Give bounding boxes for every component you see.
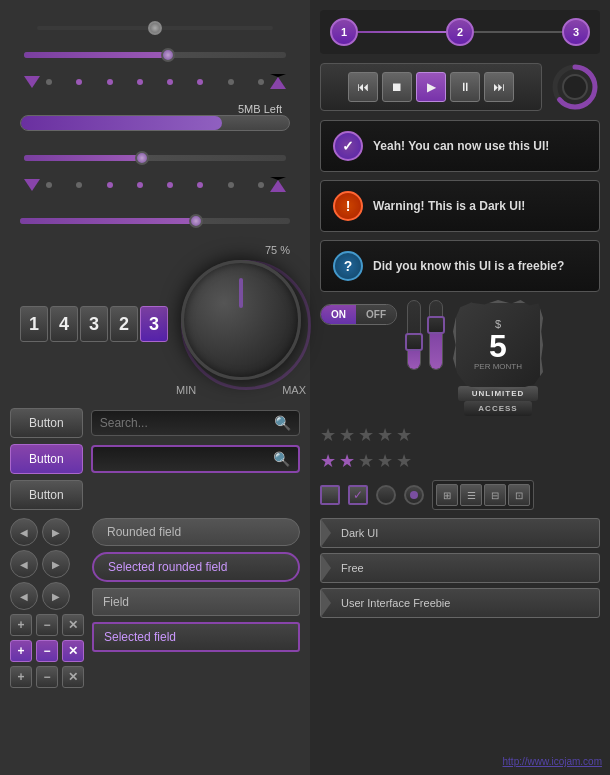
mini-toggles: ⊞ ☰ ⊟ ⊡ — [432, 480, 534, 510]
info-icon: ? — [333, 251, 363, 281]
stars-section: ★ ★ ★ ★ ★ ★ ★ ★ ★ ★ — [320, 424, 600, 472]
price-ribbon-2: ACCESS — [464, 401, 531, 416]
v-slider-track-2[interactable] — [429, 300, 443, 370]
star-1-3[interactable]: ★ — [358, 424, 374, 446]
step-line-1 — [358, 31, 446, 33]
v-slider-thumb-1[interactable] — [405, 333, 423, 351]
buttons-section: Button 🔍 Button 🔍 Button — [10, 408, 300, 510]
play-btn[interactable]: ▶ — [416, 72, 446, 102]
nav-right-3[interactable]: ▶ — [42, 582, 70, 610]
purple-button[interactable]: Button — [10, 444, 83, 474]
progress-steps: 1 2 3 — [320, 10, 600, 54]
tag-free[interactable]: Free — [320, 553, 600, 583]
nav-row-3: ◀ ▶ — [10, 582, 84, 610]
star-1-1[interactable]: ★ — [320, 424, 336, 446]
dark-button-1[interactable]: Button — [10, 408, 83, 438]
checkbox-1[interactable]: ✓ — [320, 485, 340, 505]
single-slider — [10, 210, 300, 232]
counter-knob-left: 1 4 3 2 3 — [20, 306, 168, 350]
nav-right-2[interactable]: ▶ — [42, 550, 70, 578]
v-slider-thumb-2[interactable] — [427, 316, 445, 334]
left-panel: 5MB Left — [0, 0, 310, 775]
plus-btn-3[interactable]: + — [10, 666, 32, 688]
nav-left-3[interactable]: ◀ — [10, 582, 38, 610]
plus-btn-2[interactable]: + — [10, 640, 32, 662]
tag-dark-ui[interactable]: Dark UI — [320, 518, 600, 548]
x-btn-1[interactable]: ✕ — [62, 614, 84, 636]
minus-btn-1[interactable]: − — [36, 614, 58, 636]
search-icon-2: 🔍 — [273, 451, 290, 467]
nav-right-1[interactable]: ▶ — [42, 518, 70, 546]
next-btn[interactable]: ⏭ — [484, 72, 514, 102]
fields-nav-section: ◀ ▶ ◀ ▶ ◀ ▶ + − ✕ + — [10, 518, 300, 688]
volume-knob[interactable] — [181, 260, 301, 380]
x-btn-3[interactable]: ✕ — [62, 666, 84, 688]
stop-btn[interactable]: ⏹ — [382, 72, 412, 102]
checkbox-2[interactable]: ✓ — [348, 485, 368, 505]
notif-bar-1: ✓ Yeah! You can now use this UI! — [320, 120, 600, 172]
storage-bar-fill — [21, 116, 222, 130]
tag-ui-freebie[interactable]: User Interface Freebie — [320, 588, 600, 618]
star-1-4[interactable]: ★ — [377, 424, 393, 446]
controls-row: ON OFF — [320, 300, 600, 416]
icon-btn-row-3: + − ✕ — [10, 666, 84, 688]
digit-3: 3 — [80, 306, 108, 342]
minus-btn-2[interactable]: − — [36, 640, 58, 662]
btn-row-2: Button 🔍 — [10, 444, 300, 474]
nav-left-1[interactable]: ◀ — [10, 518, 38, 546]
knob-container: MIN MAX — [176, 260, 306, 396]
check-icon: ✓ — [333, 131, 363, 161]
form-fields: Rounded field Selected rounded field Fie… — [92, 518, 300, 688]
toggle-on[interactable]: ON — [321, 305, 356, 324]
radio-1[interactable] — [376, 485, 396, 505]
selected-rounded-field[interactable]: Selected rounded field — [92, 552, 300, 582]
toggle-table[interactable]: ⊟ — [484, 484, 506, 506]
search-input-1[interactable] — [100, 416, 268, 430]
star-2-2[interactable]: ★ — [339, 450, 355, 472]
tag-label-3: User Interface Freebie — [331, 593, 460, 613]
pause-btn[interactable]: ⏸ — [450, 72, 480, 102]
tag-arrow-1 — [321, 519, 331, 547]
price-per: PER MONTH — [474, 362, 522, 371]
storage-label: 5MB Left — [20, 103, 290, 115]
v-slider-track-1[interactable] — [407, 300, 421, 370]
selected-field[interactable]: Selected field — [92, 622, 300, 652]
v-slider-2 — [429, 300, 443, 370]
knob-min-label: MIN — [176, 384, 196, 396]
counter-display: 1 4 3 2 3 — [20, 306, 168, 342]
digit-4: 2 — [110, 306, 138, 342]
toggle-row: ON OFF — [320, 300, 397, 329]
btn-row-1: Button 🔍 — [10, 408, 300, 438]
dark-button-2[interactable]: Button — [10, 480, 83, 510]
minus-btn-3[interactable]: − — [36, 666, 58, 688]
star-1-5[interactable]: ★ — [396, 424, 412, 446]
toggle-switch[interactable]: ON OFF — [320, 304, 397, 325]
storage-section: 5MB Left — [10, 107, 300, 131]
nav-left-2[interactable]: ◀ — [10, 550, 38, 578]
percent-label: 75 % — [20, 244, 290, 256]
search-input-2[interactable] — [101, 452, 267, 466]
toggle-grid[interactable]: ⊞ — [436, 484, 458, 506]
star-2-5[interactable]: ★ — [396, 450, 412, 472]
plus-btn-1[interactable]: + — [10, 614, 32, 636]
toggle-columns[interactable]: ⊡ — [508, 484, 530, 506]
price-badge: $ 5 PER MONTH — [453, 300, 543, 390]
watermark: http://www.icojam.com — [503, 756, 602, 767]
prev-btn[interactable]: ⏮ — [348, 72, 378, 102]
x-btn-2[interactable]: ✕ — [62, 640, 84, 662]
step-3: 3 — [562, 18, 590, 46]
star-2-3[interactable]: ★ — [358, 450, 374, 472]
stars-row-2: ★ ★ ★ ★ ★ — [320, 450, 600, 472]
counter-knob-section: 75 % 1 4 3 2 3 — [10, 240, 300, 400]
slider-section — [10, 10, 300, 99]
radio-2[interactable] — [404, 485, 424, 505]
media-row: ⏮ ⏹ ▶ ⏸ ⏭ — [320, 62, 600, 112]
nav-row-1: ◀ ▶ — [10, 518, 84, 546]
toggle-off[interactable]: OFF — [356, 305, 396, 324]
star-2-1[interactable]: ★ — [320, 450, 336, 472]
toggle-list[interactable]: ☰ — [460, 484, 482, 506]
star-1-2[interactable]: ★ — [339, 424, 355, 446]
notif-text-1: Yeah! You can now use this UI! — [373, 139, 549, 153]
star-2-4[interactable]: ★ — [377, 450, 393, 472]
right-panel: 1 2 3 ⏮ ⏹ ▶ ⏸ ⏭ — [310, 0, 610, 775]
